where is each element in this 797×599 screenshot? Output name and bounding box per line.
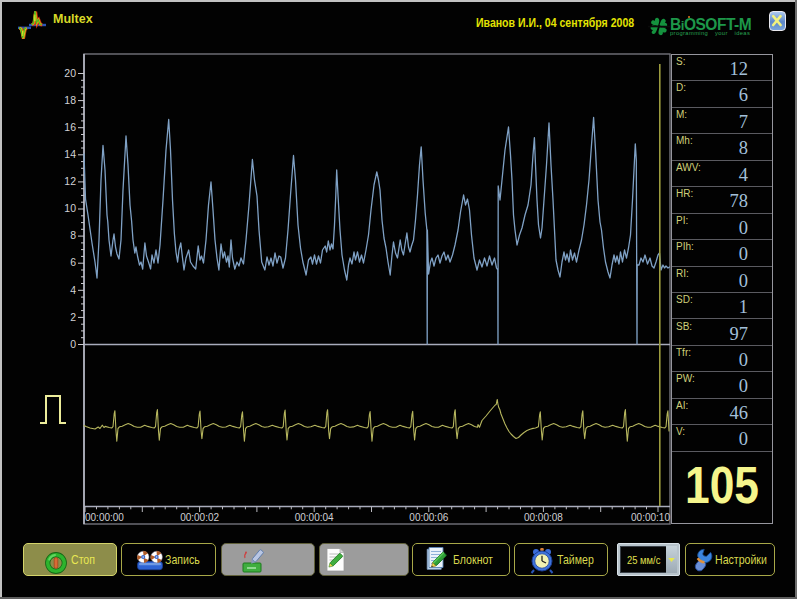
svg-text:00:00:08: 00:00:08 xyxy=(524,512,563,523)
svg-text:12: 12 xyxy=(64,175,76,187)
svg-text:00:00:02: 00:00:02 xyxy=(180,512,219,523)
svg-text:00:00:06: 00:00:06 xyxy=(409,512,448,523)
svg-text:2: 2 xyxy=(70,311,76,323)
svg-text:00:00:04: 00:00:04 xyxy=(295,512,334,523)
svg-text:0: 0 xyxy=(70,338,76,350)
svg-text:00:00:00: 00:00:00 xyxy=(85,512,124,523)
svg-text:6: 6 xyxy=(70,256,76,268)
svg-text:10: 10 xyxy=(64,202,76,214)
svg-text:20: 20 xyxy=(64,67,76,79)
svg-text:4: 4 xyxy=(70,284,76,296)
svg-text:14: 14 xyxy=(64,148,76,160)
svg-text:8: 8 xyxy=(70,229,76,241)
svg-text:18: 18 xyxy=(64,94,76,106)
svg-text:16: 16 xyxy=(64,121,76,133)
svg-text:00:00:10: 00:00:10 xyxy=(631,512,670,523)
